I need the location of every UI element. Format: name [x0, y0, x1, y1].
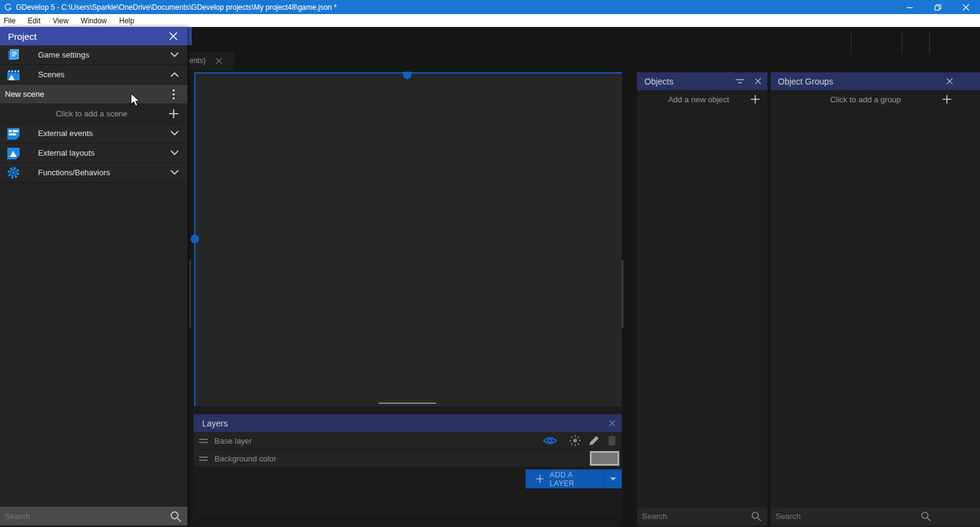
objects-panel-title: Objects: [644, 77, 673, 86]
canvas-vertical-scrollbar-left[interactable]: [189, 260, 191, 328]
layer-name: Background color: [214, 454, 276, 463]
trash-icon: [607, 435, 617, 446]
sidebar-item-external-layouts[interactable]: External layouts: [0, 143, 187, 163]
add-group-label: Click to add a group: [771, 95, 942, 104]
chevron-down-icon: [170, 170, 179, 175]
chevron-down-icon: [170, 150, 179, 156]
layer-name: Base layer: [214, 436, 252, 445]
plus-icon: [535, 474, 543, 483]
minimize-icon: [906, 4, 913, 11]
effects-icon: [569, 434, 581, 447]
search-icon: [751, 511, 761, 521]
layer-row-base[interactable]: Base layer: [194, 432, 622, 450]
layer-edit-button[interactable]: [589, 435, 600, 446]
drag-handle-icon[interactable]: [198, 438, 208, 444]
objects-panel-close-icon[interactable]: [755, 78, 761, 85]
sidebar-item-label: External layouts: [38, 148, 95, 157]
add-layer-button[interactable]: ADD A LAYER: [526, 469, 603, 488]
project-panel-close-icon[interactable]: [169, 32, 178, 40]
plus-icon[interactable]: [942, 94, 952, 104]
close-icon: [962, 4, 970, 11]
add-scene-row[interactable]: Click to add a scene: [0, 104, 187, 124]
kebab-menu-icon[interactable]: [172, 89, 175, 100]
project-panel-title: Project: [8, 31, 37, 42]
add-scene-label: Click to add a scene: [0, 109, 168, 118]
scene-tab[interactable]: ents): [187, 51, 234, 70]
game-settings-icon: [6, 48, 21, 62]
layer-row-background-color[interactable]: Background color: [194, 450, 622, 468]
sidebar-item-functions-behaviors[interactable]: Functions/Behaviors: [0, 163, 187, 183]
eye-icon: [542, 435, 558, 446]
gear-icon: [6, 166, 21, 180]
menu-bar: File Edit View Window Help: [0, 14, 980, 27]
minimize-button[interactable]: [895, 0, 924, 14]
project-panel: Project Game settings: [0, 27, 187, 527]
close-window-button[interactable]: [952, 0, 980, 14]
objects-search-input[interactable]: [637, 507, 751, 526]
layer-visibility-button[interactable]: [542, 435, 558, 446]
title-bar: GDevelop 5 - C:\Users\Sparkle\OneDrive\D…: [0, 0, 980, 14]
mouse-cursor: [130, 93, 141, 110]
project-search-input[interactable]: [0, 506, 170, 526]
canvas-vertical-scrollbar-right[interactable]: [622, 260, 624, 328]
object-groups-panel-header: Object Groups: [771, 72, 980, 90]
external-events-icon: [6, 127, 21, 140]
sidebar-item-game-settings[interactable]: Game settings: [0, 45, 187, 65]
menu-item-help[interactable]: Help: [113, 14, 141, 27]
sidebar-item-label: Scenes: [38, 70, 64, 79]
layers-panel-close-icon[interactable]: [609, 420, 616, 427]
window-controls: [895, 0, 980, 14]
add-group-row[interactable]: Click to add a group: [771, 90, 980, 108]
filter-icon: [735, 78, 745, 85]
sidebar-item-scenes[interactable]: Scenes: [0, 65, 187, 85]
menu-item-file[interactable]: File: [0, 14, 21, 27]
menu-item-window[interactable]: Window: [75, 14, 113, 27]
scene-canvas[interactable]: [195, 73, 622, 412]
toolbar-separator: [851, 32, 851, 54]
restore-button[interactable]: [924, 0, 952, 14]
object-groups-search-input[interactable]: [771, 507, 921, 526]
search-icon: [170, 510, 181, 522]
layers-panel-header: Layers: [194, 414, 622, 432]
toolbar-separator: [929, 32, 930, 54]
selection-handle-left[interactable]: [190, 235, 199, 243]
background-color-swatch[interactable]: [590, 451, 619, 466]
scene-item-label: New scene: [5, 89, 44, 99]
objects-panel: Objects Add a new object: [637, 72, 767, 527]
pencil-icon: [589, 435, 600, 446]
project-search-bar: [0, 507, 187, 525]
object-groups-panel-title: Object Groups: [778, 77, 833, 86]
tab-close-icon[interactable]: [216, 58, 222, 64]
scene-list-item[interactable]: New scene: [0, 85, 187, 104]
sidebar-item-label: Game settings: [38, 50, 89, 59]
project-panel-header: Project: [0, 27, 187, 45]
toolbar-separator: [902, 32, 902, 54]
layer-delete-button[interactable]: [607, 435, 617, 446]
layers-panel: Layers Base layer: [194, 406, 622, 517]
menu-item-view[interactable]: View: [47, 14, 75, 27]
plus-icon[interactable]: [168, 108, 179, 119]
objects-filter-button[interactable]: [735, 78, 745, 85]
plus-icon[interactable]: [750, 94, 760, 104]
sidebar-item-external-events[interactable]: External events: [0, 124, 187, 143]
chevron-up-icon: [170, 72, 179, 77]
chevron-down-icon: [170, 131, 179, 136]
add-object-row[interactable]: Add a new object: [637, 90, 767, 108]
menu-item-edit[interactable]: Edit: [21, 14, 47, 27]
add-object-label: Add a new object: [637, 95, 750, 104]
add-layer-button-label: ADD A LAYER: [549, 471, 594, 488]
external-layouts-icon: [6, 146, 21, 160]
objects-panel-header: Objects: [637, 72, 767, 90]
layers-panel-resize-handle[interactable]: [379, 403, 436, 404]
object-groups-panel: Object Groups Click to add a group: [771, 72, 980, 527]
search-icon: [921, 511, 931, 521]
drag-handle-icon[interactable]: [198, 455, 208, 461]
restore-icon: [934, 4, 941, 11]
layers-panel-title: Layers: [202, 419, 228, 428]
object-groups-search-bar: [771, 507, 980, 525]
layer-effects-button[interactable]: [569, 434, 581, 447]
add-layer-dropdown-button[interactable]: [603, 469, 622, 488]
object-groups-panel-close-icon[interactable]: [946, 78, 953, 85]
project-manager-toggle-highlight: [187, 27, 192, 45]
app-logo-icon: [4, 2, 13, 12]
